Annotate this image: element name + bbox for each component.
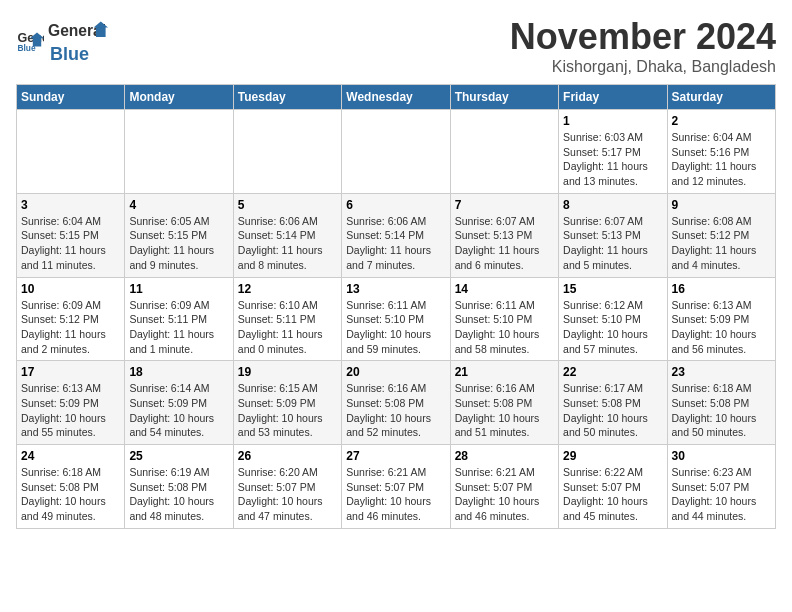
weekday-header-thursday: Thursday [450, 85, 558, 110]
calendar-day-cell: 20Sunrise: 6:16 AMSunset: 5:08 PMDayligh… [342, 361, 450, 445]
day-number: 14 [455, 282, 554, 296]
day-number: 3 [21, 198, 120, 212]
day-number: 7 [455, 198, 554, 212]
calendar-day-cell: 4Sunrise: 6:05 AMSunset: 5:15 PMDaylight… [125, 193, 233, 277]
day-info: Sunrise: 6:09 AMSunset: 5:12 PMDaylight:… [21, 298, 120, 357]
calendar-day-cell: 24Sunrise: 6:18 AMSunset: 5:08 PMDayligh… [17, 445, 125, 529]
calendar-day-cell: 9Sunrise: 6:08 AMSunset: 5:12 PMDaylight… [667, 193, 775, 277]
day-info: Sunrise: 6:19 AMSunset: 5:08 PMDaylight:… [129, 465, 228, 524]
logo: General Blue General Blue [16, 16, 108, 65]
day-number: 22 [563, 365, 662, 379]
day-number: 26 [238, 449, 337, 463]
calendar-day-cell: 21Sunrise: 6:16 AMSunset: 5:08 PMDayligh… [450, 361, 558, 445]
day-info: Sunrise: 6:11 AMSunset: 5:10 PMDaylight:… [455, 298, 554, 357]
day-number: 17 [21, 365, 120, 379]
day-number: 28 [455, 449, 554, 463]
weekday-header-sunday: Sunday [17, 85, 125, 110]
day-number: 20 [346, 365, 445, 379]
calendar-table: SundayMondayTuesdayWednesdayThursdayFrid… [16, 84, 776, 529]
calendar-day-cell: 11Sunrise: 6:09 AMSunset: 5:11 PMDayligh… [125, 277, 233, 361]
day-info: Sunrise: 6:16 AMSunset: 5:08 PMDaylight:… [346, 381, 445, 440]
day-info: Sunrise: 6:06 AMSunset: 5:14 PMDaylight:… [238, 214, 337, 273]
day-number: 1 [563, 114, 662, 128]
calendar-day-cell: 5Sunrise: 6:06 AMSunset: 5:14 PMDaylight… [233, 193, 341, 277]
day-number: 4 [129, 198, 228, 212]
calendar-day-cell: 14Sunrise: 6:11 AMSunset: 5:10 PMDayligh… [450, 277, 558, 361]
day-info: Sunrise: 6:07 AMSunset: 5:13 PMDaylight:… [563, 214, 662, 273]
day-info: Sunrise: 6:03 AMSunset: 5:17 PMDaylight:… [563, 130, 662, 189]
day-number: 29 [563, 449, 662, 463]
day-number: 15 [563, 282, 662, 296]
calendar-day-cell: 22Sunrise: 6:17 AMSunset: 5:08 PMDayligh… [559, 361, 667, 445]
day-info: Sunrise: 6:14 AMSunset: 5:09 PMDaylight:… [129, 381, 228, 440]
day-info: Sunrise: 6:18 AMSunset: 5:08 PMDaylight:… [21, 465, 120, 524]
subtitle: Kishorganj, Dhaka, Bangladesh [510, 58, 776, 76]
weekday-header-friday: Friday [559, 85, 667, 110]
day-info: Sunrise: 6:16 AMSunset: 5:08 PMDaylight:… [455, 381, 554, 440]
main-title: November 2024 [510, 16, 776, 58]
calendar-day-cell: 1Sunrise: 6:03 AMSunset: 5:17 PMDaylight… [559, 110, 667, 194]
day-info: Sunrise: 6:11 AMSunset: 5:10 PMDaylight:… [346, 298, 445, 357]
day-number: 6 [346, 198, 445, 212]
calendar-week-row: 10Sunrise: 6:09 AMSunset: 5:12 PMDayligh… [17, 277, 776, 361]
calendar-day-cell: 10Sunrise: 6:09 AMSunset: 5:12 PMDayligh… [17, 277, 125, 361]
day-info: Sunrise: 6:08 AMSunset: 5:12 PMDaylight:… [672, 214, 771, 273]
logo-icon: General Blue [16, 27, 44, 55]
day-info: Sunrise: 6:10 AMSunset: 5:11 PMDaylight:… [238, 298, 337, 357]
day-info: Sunrise: 6:21 AMSunset: 5:07 PMDaylight:… [455, 465, 554, 524]
day-number: 24 [21, 449, 120, 463]
day-info: Sunrise: 6:04 AMSunset: 5:16 PMDaylight:… [672, 130, 771, 189]
calendar-day-cell: 29Sunrise: 6:22 AMSunset: 5:07 PMDayligh… [559, 445, 667, 529]
calendar-day-cell: 8Sunrise: 6:07 AMSunset: 5:13 PMDaylight… [559, 193, 667, 277]
day-info: Sunrise: 6:15 AMSunset: 5:09 PMDaylight:… [238, 381, 337, 440]
calendar-week-row: 3Sunrise: 6:04 AMSunset: 5:15 PMDaylight… [17, 193, 776, 277]
weekday-header-wednesday: Wednesday [342, 85, 450, 110]
calendar-day-cell: 17Sunrise: 6:13 AMSunset: 5:09 PMDayligh… [17, 361, 125, 445]
day-info: Sunrise: 6:22 AMSunset: 5:07 PMDaylight:… [563, 465, 662, 524]
day-info: Sunrise: 6:13 AMSunset: 5:09 PMDaylight:… [672, 298, 771, 357]
day-info: Sunrise: 6:06 AMSunset: 5:14 PMDaylight:… [346, 214, 445, 273]
day-info: Sunrise: 6:12 AMSunset: 5:10 PMDaylight:… [563, 298, 662, 357]
calendar-day-cell: 25Sunrise: 6:19 AMSunset: 5:08 PMDayligh… [125, 445, 233, 529]
weekday-header-saturday: Saturday [667, 85, 775, 110]
day-number: 16 [672, 282, 771, 296]
day-info: Sunrise: 6:17 AMSunset: 5:08 PMDaylight:… [563, 381, 662, 440]
empty-day-cell [125, 110, 233, 194]
calendar-day-cell: 23Sunrise: 6:18 AMSunset: 5:08 PMDayligh… [667, 361, 775, 445]
day-number: 18 [129, 365, 228, 379]
day-number: 11 [129, 282, 228, 296]
weekday-header-row: SundayMondayTuesdayWednesdayThursdayFrid… [17, 85, 776, 110]
day-number: 21 [455, 365, 554, 379]
day-info: Sunrise: 6:04 AMSunset: 5:15 PMDaylight:… [21, 214, 120, 273]
calendar-day-cell: 15Sunrise: 6:12 AMSunset: 5:10 PMDayligh… [559, 277, 667, 361]
page-header: General Blue General Blue November 2024 … [16, 16, 776, 76]
weekday-header-tuesday: Tuesday [233, 85, 341, 110]
empty-day-cell [342, 110, 450, 194]
day-info: Sunrise: 6:07 AMSunset: 5:13 PMDaylight:… [455, 214, 554, 273]
calendar-day-cell: 19Sunrise: 6:15 AMSunset: 5:09 PMDayligh… [233, 361, 341, 445]
calendar-day-cell: 3Sunrise: 6:04 AMSunset: 5:15 PMDaylight… [17, 193, 125, 277]
calendar-day-cell: 28Sunrise: 6:21 AMSunset: 5:07 PMDayligh… [450, 445, 558, 529]
day-number: 2 [672, 114, 771, 128]
day-number: 8 [563, 198, 662, 212]
svg-text:Blue: Blue [17, 42, 35, 52]
day-info: Sunrise: 6:21 AMSunset: 5:07 PMDaylight:… [346, 465, 445, 524]
weekday-header-monday: Monday [125, 85, 233, 110]
day-number: 5 [238, 198, 337, 212]
calendar-day-cell: 27Sunrise: 6:21 AMSunset: 5:07 PMDayligh… [342, 445, 450, 529]
calendar-week-row: 24Sunrise: 6:18 AMSunset: 5:08 PMDayligh… [17, 445, 776, 529]
day-number: 10 [21, 282, 120, 296]
calendar-day-cell: 6Sunrise: 6:06 AMSunset: 5:14 PMDaylight… [342, 193, 450, 277]
empty-day-cell [17, 110, 125, 194]
calendar-day-cell: 26Sunrise: 6:20 AMSunset: 5:07 PMDayligh… [233, 445, 341, 529]
day-info: Sunrise: 6:09 AMSunset: 5:11 PMDaylight:… [129, 298, 228, 357]
day-number: 27 [346, 449, 445, 463]
calendar-week-row: 1Sunrise: 6:03 AMSunset: 5:17 PMDaylight… [17, 110, 776, 194]
day-number: 12 [238, 282, 337, 296]
day-info: Sunrise: 6:05 AMSunset: 5:15 PMDaylight:… [129, 214, 228, 273]
day-number: 23 [672, 365, 771, 379]
day-number: 25 [129, 449, 228, 463]
empty-day-cell [450, 110, 558, 194]
calendar-day-cell: 7Sunrise: 6:07 AMSunset: 5:13 PMDaylight… [450, 193, 558, 277]
calendar-day-cell: 18Sunrise: 6:14 AMSunset: 5:09 PMDayligh… [125, 361, 233, 445]
